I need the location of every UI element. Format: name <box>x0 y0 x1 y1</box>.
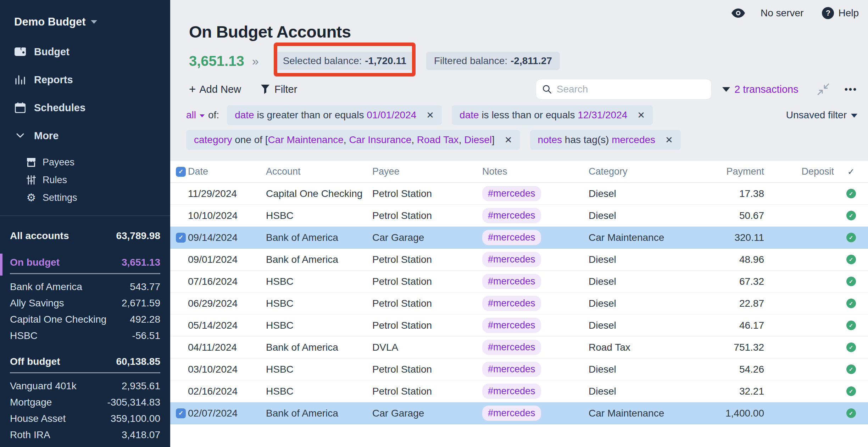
cleared-icon[interactable]: ✓ <box>846 299 856 308</box>
unsaved-filter-menu[interactable]: Unsaved filter <box>786 109 857 121</box>
budget-switcher[interactable]: Demo Budget <box>14 16 97 28</box>
account-row-vanguard-401k[interactable]: Vanguard 401k 2,935.61 <box>10 380 160 392</box>
sidebar-item-reports[interactable]: Reports <box>0 70 170 89</box>
account-total-balance[interactable]: 3,651.13 <box>189 53 244 69</box>
table-row[interactable]: 03/10/2024 HSBC Petrol Station #mercedes… <box>170 358 868 380</box>
account-row-roth-ira[interactable]: Roth IRA 3,418.07 <box>10 429 160 441</box>
remove-filter-button[interactable]: ✕ <box>426 110 434 121</box>
gear-icon: ⚙ <box>26 193 36 203</box>
cell-payment: 32.21 <box>674 386 764 397</box>
cell-payee: Petrol Station <box>372 298 482 309</box>
select-all-checkbox[interactable]: ✓ <box>176 167 186 177</box>
remove-filter-button[interactable]: ✕ <box>665 135 673 146</box>
no-server-button[interactable]: No server <box>761 7 803 19</box>
expand-balances-icon[interactable]: » <box>252 54 259 68</box>
note-tag: #mercedes <box>482 406 541 421</box>
cell-date: 02/07/2024 <box>188 408 266 419</box>
filter-button[interactable]: Filter <box>261 84 297 95</box>
row-checkbox[interactable]: ✓ <box>176 233 186 243</box>
sidebar-nav: Budget Reports Schedules More <box>0 43 170 205</box>
sidebar-item-settings[interactable]: ⚙ Settings <box>0 190 170 205</box>
privacy-eye-icon[interactable] <box>731 9 745 18</box>
cell-date: 09/14/2024 <box>188 232 266 243</box>
cell-category: Road Tax <box>589 342 674 353</box>
cell-payee: Petrol Station <box>372 364 482 375</box>
balance-row: 3,651.13 » Selected balance:-1,720.11 Fi… <box>189 51 868 70</box>
cell-account: Capital One Checking <box>266 188 372 199</box>
filter-match-dropdown[interactable]: all of: <box>186 109 219 121</box>
cleared-icon[interactable]: ✓ <box>846 408 856 418</box>
cell-account: HSBC <box>266 210 372 221</box>
filter-condition-chip[interactable]: notes has tag(s) mercedes✕ <box>530 130 681 150</box>
filter-row-1: all of: date is greater than or equals 0… <box>186 105 857 125</box>
add-new-button[interactable]: + Add New <box>189 84 241 95</box>
sidebar: Demo Budget Budget Reports Schedules <box>0 0 170 447</box>
cell-account: Bank of America <box>266 408 372 419</box>
account-row-hsbc[interactable]: HSBC -56.51 <box>10 329 160 342</box>
account-balance: 3,418.07 <box>122 429 160 441</box>
table-row[interactable]: 10/10/2024 HSBC Petrol Station #mercedes… <box>170 205 868 227</box>
cell-category: Diesel <box>589 276 674 287</box>
table-row[interactable]: 07/16/2024 HSBC Petrol Station #mercedes… <box>170 271 868 293</box>
table-row[interactable]: 11/29/2024 Capital One Checking Petrol S… <box>170 183 868 205</box>
cell-account: HSBC <box>266 364 372 375</box>
cleared-icon[interactable]: ✓ <box>846 233 856 242</box>
account-label: Ally Savings <box>10 298 64 309</box>
sidebar-item-more[interactable]: More <box>0 126 170 145</box>
table-row[interactable]: 04/11/2024 Bank of America DVLA #mercede… <box>170 336 868 358</box>
account-row-bank-of-america[interactable]: Bank of America 543.77 <box>10 281 160 293</box>
search-input[interactable] <box>557 84 705 95</box>
remove-filter-button[interactable]: ✕ <box>637 110 645 121</box>
account-label: All accounts <box>10 230 69 242</box>
sidebar-item-payees[interactable]: Payees <box>0 154 170 170</box>
cleared-icon[interactable]: ✓ <box>846 255 856 264</box>
cell-payment: 46.17 <box>674 320 764 331</box>
row-checkbox[interactable]: ✓ <box>176 408 186 418</box>
cleared-icon[interactable]: ✓ <box>846 343 856 352</box>
account-row-all-accounts[interactable]: All accounts 63,789.98 <box>10 229 160 243</box>
collapse-transactions-icon[interactable] <box>817 83 830 96</box>
more-menu-button[interactable]: ••• <box>845 84 857 95</box>
table-row-selected[interactable]: ✓ 02/07/2024 Bank of America Car Garage … <box>170 402 868 424</box>
account-balance: 63,789.98 <box>116 230 160 242</box>
note-tag: #mercedes <box>482 318 541 333</box>
sidebar-item-label: Budget <box>34 46 69 58</box>
sidebar-item-rules[interactable]: Rules <box>0 172 170 188</box>
table-row[interactable]: 02/16/2024 HSBC Petrol Station #mercedes… <box>170 380 868 402</box>
cleared-icon[interactable]: ✓ <box>846 277 856 286</box>
remove-filter-button[interactable]: ✕ <box>505 135 512 146</box>
cell-payee: Petrol Station <box>372 320 482 331</box>
cell-account: HSBC <box>266 276 372 287</box>
cleared-icon[interactable]: ✓ <box>846 386 856 396</box>
account-row-capital-one-checking[interactable]: Capital One Checking 492.28 <box>10 313 160 326</box>
cell-category: Car Maintenance <box>589 232 674 243</box>
note-tag: #mercedes <box>482 208 541 223</box>
cleared-icon[interactable]: ✓ <box>846 364 856 374</box>
account-row-off-budget[interactable]: Off budget 60,138.85 <box>10 355 160 373</box>
cell-notes: #mercedes <box>482 252 589 267</box>
cleared-icon[interactable]: ✓ <box>846 189 856 198</box>
cell-account: HSBC <box>266 320 372 331</box>
filter-condition-chip[interactable]: date is less than or equals 12/31/2024✕ <box>452 105 653 125</box>
cell-payment: 751.32 <box>674 342 764 353</box>
table-row-selected[interactable]: ✓ 09/14/2024 Bank of America Car Garage … <box>170 227 868 249</box>
help-button[interactable]: ? Help <box>822 7 859 19</box>
filter-condition-chip[interactable]: category one of [Car Maintenance, Car In… <box>186 130 520 150</box>
cell-payee: Car Garage <box>372 232 482 243</box>
account-row-ally-savings[interactable]: Ally Savings 2,671.59 <box>10 297 160 310</box>
cleared-icon[interactable]: ✓ <box>846 211 856 220</box>
table-row[interactable]: 05/14/2024 HSBC Petrol Station #mercedes… <box>170 315 868 336</box>
table-row[interactable]: 06/29/2024 HSBC Petrol Station #mercedes… <box>170 293 868 315</box>
filter-condition-chip[interactable]: date is greater than or equals 01/01/202… <box>227 105 442 125</box>
account-row-on-budget[interactable]: On budget 3,651.13 <box>10 256 160 274</box>
sidebar-divider <box>0 215 170 216</box>
cell-account: Bank of America <box>266 342 372 353</box>
cell-notes: #mercedes <box>482 274 589 289</box>
table-row[interactable]: 09/01/2024 Bank of America Petrol Statio… <box>170 249 868 271</box>
sidebar-item-schedules[interactable]: Schedules <box>0 98 170 117</box>
transactions-count-dropdown[interactable]: 2 transactions <box>722 84 799 95</box>
cleared-icon[interactable]: ✓ <box>846 321 856 330</box>
account-row-house-asset[interactable]: House Asset 359,100.00 <box>10 412 160 425</box>
sidebar-item-budget[interactable]: Budget <box>0 43 170 61</box>
account-row-mortgage[interactable]: Mortgage -305,314.83 <box>10 396 160 409</box>
